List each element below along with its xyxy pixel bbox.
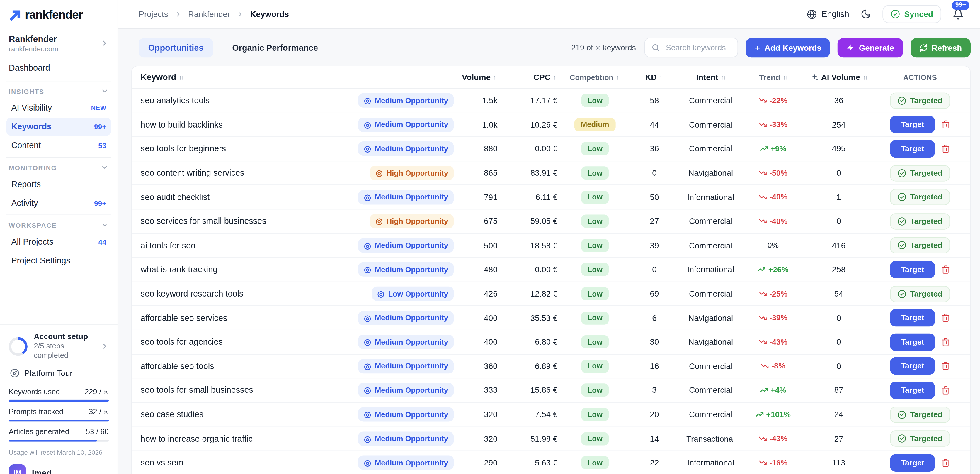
trend-cell: -8%: [745, 362, 801, 370]
targeted-status-pill[interactable]: Targeted: [890, 165, 950, 181]
keyword-cell[interactable]: how to build backlinks: [132, 120, 374, 129]
target-button[interactable]: Target: [890, 381, 935, 399]
cpc-cell: 59.05 €: [498, 217, 558, 226]
brand-logo[interactable]: rankfender: [0, 0, 118, 27]
add-keywords-button[interactable]: + Add Keywords: [746, 38, 830, 57]
sidebar-section-header[interactable]: INSIGHTS: [6, 83, 111, 98]
trend-cell: -43%: [745, 338, 801, 346]
targeted-status-pill[interactable]: Targeted: [890, 406, 950, 422]
column-header-intent[interactable]: Intent↑↓: [676, 72, 745, 82]
cpc-cell: 7.54 €: [498, 410, 558, 419]
delete-keyword-button[interactable]: [941, 338, 950, 346]
keyword-cell[interactable]: seo tools for small businesses: [132, 386, 374, 395]
target-button[interactable]: Target: [890, 116, 935, 134]
opportunity-badge: ◎Low Opportunity: [372, 287, 453, 301]
keyword-cell[interactable]: how to increase organic traffic: [132, 434, 374, 443]
keyword-cell[interactable]: seo analytics tools: [132, 96, 374, 105]
target-button[interactable]: Target: [890, 309, 935, 327]
delete-keyword-button[interactable]: [941, 362, 950, 370]
ai-volume-cell: 0: [801, 337, 876, 347]
kd-cell: 39: [632, 241, 676, 250]
column-header-keyword[interactable]: Keyword↑↓: [132, 72, 453, 82]
column-header-kd[interactable]: KD↑↓: [632, 72, 676, 82]
sidebar-section-header[interactable]: MONITORING: [6, 159, 111, 174]
keyword-cell[interactable]: affordable seo tools: [132, 361, 374, 371]
ai-volume-cell: 254: [801, 120, 876, 129]
sidebar-item-ai-visibility[interactable]: AI VisibilityNEW: [6, 99, 111, 117]
opportunity-badge: ◎High Opportunity: [370, 166, 454, 180]
target-button[interactable]: Target: [890, 333, 935, 351]
delete-keyword-button[interactable]: [941, 386, 950, 395]
generate-button[interactable]: Generate: [838, 38, 903, 57]
target-button[interactable]: Target: [890, 454, 935, 472]
column-header-cpc[interactable]: CPC↑↓: [498, 72, 558, 82]
tab-opportunities[interactable]: Opportunities: [138, 38, 213, 57]
sidebar-item-activity[interactable]: Activity99+: [6, 194, 111, 212]
keyword-cell[interactable]: seo services for small businesses: [132, 217, 374, 226]
dark-mode-toggle[interactable]: [861, 9, 871, 19]
delete-keyword-button[interactable]: [941, 458, 950, 467]
kd-cell: 58: [632, 96, 676, 105]
sync-status-pill[interactable]: Synced: [882, 5, 941, 23]
target-button[interactable]: Target: [890, 140, 935, 158]
keyword-cell[interactable]: seo content writing services: [132, 168, 374, 178]
project-switcher[interactable]: Rankfender rankfender.com: [0, 27, 118, 57]
cpc-cell: 10.26 €: [498, 120, 558, 129]
keyword-cell[interactable]: seo tools for agencies: [132, 337, 374, 347]
keyword-cell[interactable]: seo tools for beginners: [132, 144, 374, 154]
targeted-status-pill[interactable]: Targeted: [890, 237, 950, 254]
keyword-cell[interactable]: seo case studies: [132, 410, 374, 419]
opportunity-cell: ◎Medium Opportunity: [374, 455, 453, 470]
sidebar-item-all-projects[interactable]: All Projects44: [6, 233, 111, 251]
target-button[interactable]: Target: [890, 261, 935, 278]
refresh-button[interactable]: Refresh: [910, 38, 970, 57]
cpc-cell: 83.91 €: [498, 168, 558, 178]
chevron-down-icon: [100, 221, 109, 229]
sidebar-item-project-settings[interactable]: Project Settings: [6, 251, 111, 270]
column-header-ai-volume[interactable]: AI Volume↑↓: [801, 72, 876, 82]
language-selector[interactable]: English: [807, 9, 849, 19]
column-header-competition[interactable]: Competition↑↓: [557, 73, 632, 81]
notifications-button[interactable]: 99+: [953, 8, 964, 20]
breadcrumb-projects[interactable]: Projects: [138, 10, 168, 19]
targeted-status-pill[interactable]: Targeted: [890, 286, 950, 302]
sidebar-section-header[interactable]: WORKSPACE: [6, 217, 111, 232]
sidebar-item-dashboard[interactable]: Dashboard: [0, 57, 118, 78]
keyword-cell[interactable]: seo keyword research tools: [132, 289, 374, 298]
targeted-status-pill[interactable]: Targeted: [890, 213, 950, 229]
opportunity-badge: ◎Medium Opportunity: [358, 118, 454, 132]
platform-tour-button[interactable]: Platform Tour: [9, 360, 109, 379]
user-menu[interactable]: IM Imed: [9, 464, 109, 474]
keyword-cell[interactable]: ai tools for seo: [132, 241, 374, 250]
delete-keyword-button[interactable]: [941, 145, 950, 153]
tab-organic-performance[interactable]: Organic Performance: [223, 38, 327, 57]
trend-value: 0%: [768, 241, 779, 250]
trending-up-icon: [757, 265, 766, 274]
column-header-volume[interactable]: Volume↑↓: [453, 72, 497, 82]
breadcrumb-project[interactable]: Rankfender: [188, 10, 230, 19]
sidebar-item-keywords[interactable]: Keywords99+: [6, 118, 111, 136]
delete-keyword-button[interactable]: [941, 314, 950, 322]
delete-keyword-button[interactable]: [941, 120, 950, 129]
targeted-status-pill[interactable]: Targeted: [890, 189, 950, 205]
table-row: ai tools for seo◎Medium Opportunity50018…: [132, 234, 970, 258]
targeted-status-pill[interactable]: Targeted: [890, 430, 950, 447]
sidebar-item-reports[interactable]: Reports: [6, 175, 111, 193]
app-window: rankfender Rankfender rankfender.com Das…: [0, 0, 980, 474]
account-setup-card[interactable]: Account setup 2/5 steps completed: [9, 332, 109, 360]
competition-badge: Low: [581, 408, 609, 421]
keyword-cell[interactable]: seo audit checklist: [132, 192, 374, 202]
search-box: [645, 38, 738, 57]
competition-cell: Low: [557, 360, 632, 373]
keyword-cell[interactable]: affordable seo services: [132, 313, 374, 322]
column-header-trend[interactable]: Trend↑↓: [745, 73, 801, 81]
volume-cell: 880: [453, 144, 497, 154]
delete-keyword-button[interactable]: [941, 265, 950, 274]
keyword-cell[interactable]: seo vs sem: [132, 458, 374, 468]
sidebar-item-content[interactable]: Content53: [6, 136, 111, 155]
target-button[interactable]: Target: [890, 357, 935, 375]
search-input[interactable]: [665, 43, 732, 53]
keyword-cell[interactable]: what is rank tracking: [132, 265, 374, 274]
targeted-status-pill[interactable]: Targeted: [890, 93, 950, 109]
opportunity-label: Medium Opportunity: [375, 362, 448, 370]
